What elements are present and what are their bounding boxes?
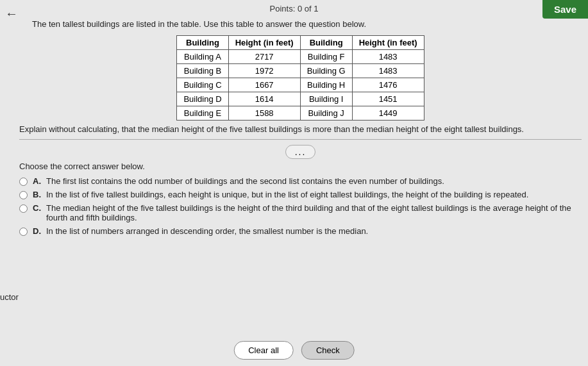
save-button[interactable]: Save <box>542 0 588 19</box>
table-row: Building C <box>177 78 228 92</box>
main-content: The ten tallest buildings are listed in … <box>19 19 582 353</box>
buildings-table-section: Building Height (in feet) Building Heigh… <box>19 35 582 121</box>
check-button[interactable]: Check <box>301 341 355 360</box>
option-key-c: C. <box>33 203 41 213</box>
choose-correct-text: Choose the correct answer below. <box>19 162 582 171</box>
explain-text: Explain without calculating, that the me… <box>19 124 545 134</box>
col4-header: Height (in feet) <box>352 36 424 50</box>
col2-header: Height (in feet) <box>228 36 300 50</box>
table-row: Building E <box>177 106 228 121</box>
clear-all-button[interactable]: Clear all <box>233 341 294 360</box>
option-key-b: B. <box>33 190 41 199</box>
intro-text: The ten tallest buildings are listed in … <box>32 19 582 29</box>
option-radio-d[interactable] <box>19 228 28 236</box>
dots-section: ... <box>19 145 582 159</box>
option-item-a: A.The first list contains the odd number… <box>19 176 582 186</box>
dots-button[interactable]: ... <box>285 145 316 159</box>
option-radio-b[interactable] <box>19 191 28 199</box>
option-item-c: C.The median height of the five tallest … <box>19 203 582 222</box>
option-item-d: D.In the list of numbers arranged in des… <box>19 226 582 236</box>
col3-header: Building <box>300 36 352 50</box>
col1-header: Building <box>177 36 228 50</box>
divider <box>19 139 582 140</box>
back-arrow-icon[interactable]: ← <box>5 6 18 21</box>
table-row: Building B <box>177 64 228 78</box>
side-label: uctor <box>0 292 19 302</box>
option-radio-c[interactable] <box>19 204 28 213</box>
option-key-d: D. <box>33 226 41 236</box>
bottom-buttons: Clear all Check <box>233 341 355 360</box>
table-row: Building D <box>177 92 228 106</box>
option-text-b: In the list of five tallest buildings, e… <box>46 190 528 199</box>
option-text-c: The median height of the five tallest bu… <box>46 203 582 222</box>
option-radio-a[interactable] <box>19 178 28 186</box>
options-list: A.The first list contains the odd number… <box>19 176 582 236</box>
buildings-table: Building Height (in feet) Building Heigh… <box>176 35 424 121</box>
points-display: Points: 0 of 1 <box>270 0 319 17</box>
option-item-b: B.In the list of five tallest buildings,… <box>19 190 582 199</box>
option-key-a: A. <box>33 176 41 186</box>
option-text-a: The first list contains the odd number o… <box>46 176 444 186</box>
table-row: Building A <box>177 50 228 64</box>
option-text-d: In the list of numbers arranged in desce… <box>46 226 368 236</box>
